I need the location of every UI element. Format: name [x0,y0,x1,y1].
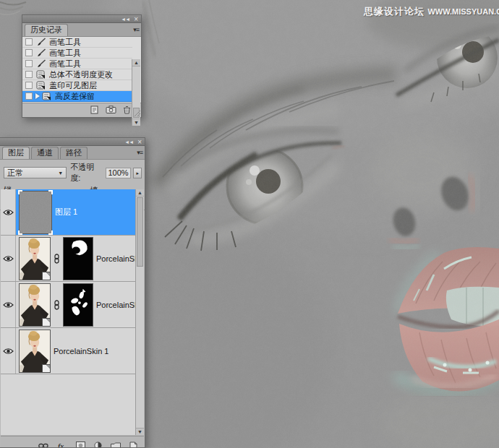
history-item[interactable]: 画笔工具 [22,59,132,69]
history-panel-titlebar: ◄◄ × [22,15,141,23]
panel-menu-icon[interactable]: ▾≡ [137,149,142,156]
history-brush-checkbox[interactable] [25,71,33,78]
history-state-icon [35,70,46,79]
tab-history[interactable]: 历史记录 [25,24,68,36]
visibility-toggle[interactable] [1,282,16,327]
layer-name[interactable]: PorcelainSkin... [96,254,141,263]
dropdown-arrow-icon: ▼ [58,171,63,176]
visibility-toggle[interactable] [1,328,16,374]
layer-row-selected[interactable]: 图层 1 [1,189,144,236]
history-item-label: 画笔工具 [49,37,81,48]
site-watermark: 思缘设计论坛 WWW.MISSYUAN.COM [364,4,499,18]
layers-panel-titlebar: ◄◄ × [0,138,145,146]
add-mask-icon[interactable] [76,441,85,447]
brush-tool-icon [35,59,46,68]
layer-style-icon[interactable]: fx [57,441,67,447]
history-footer [22,103,141,116]
tab-channels[interactable]: 通道 [31,147,59,159]
history-item[interactable]: 画笔工具 [22,48,132,59]
layer-thumbnail[interactable] [19,237,51,280]
history-item-selected[interactable]: 高反差保留 [22,91,132,102]
layer-row[interactable]: PorcelainSkin... [1,282,144,328]
history-item[interactable]: 总体不透明度更改 [22,69,132,80]
mask-link-icon[interactable] [54,300,60,310]
history-brush-checkbox[interactable] [25,92,33,100]
layer-name[interactable]: 图层 1 [55,207,77,217]
scroll-up-icon[interactable]: ▲ [132,59,140,66]
brush-tool-icon [35,48,46,57]
history-item-label: 画笔工具 [49,59,81,69]
history-panel: ◄◄ × 历史记录 ▾≡ 画笔工具 画笔工具 画笔工具 [22,14,142,118]
layer-mask-thumbnail[interactable] [63,237,93,280]
smart-object-badge-icon [42,272,51,280]
opacity-field[interactable]: 100% [106,168,132,178]
history-item-label: 高反差保留 [55,91,95,102]
brush-tool-icon [35,38,46,46]
history-brush-checkbox[interactable] [25,38,33,46]
blend-mode-row: 正常 ▼ 不透明度: 100% ▸ [0,160,145,185]
history-item-label: 盖印可见图层 [49,80,97,91]
tab-layers[interactable]: 图层 [2,147,30,159]
close-panel-icon[interactable]: × [137,139,142,145]
adjustment-layer-icon[interactable] [94,441,102,447]
history-state-pointer-icon [35,93,40,99]
layer-thumbnail[interactable] [19,191,52,234]
history-item[interactable]: 盖印可见图层 [22,80,132,91]
history-brush-checkbox[interactable] [25,82,33,89]
panel-menu-icon[interactable]: ▾≡ [133,26,139,33]
layer-row[interactable]: PorcelainSkin... [1,236,144,282]
svg-text:fx: fx [58,442,64,448]
scroll-down-icon[interactable]: ▼ [132,119,140,126]
visibility-toggle[interactable] [1,189,16,235]
layer-mask-thumbnail[interactable] [63,283,93,327]
new-snapshot-icon[interactable] [106,105,116,113]
watermark-site-url: WWW.MISSYUAN.COM [427,7,499,16]
layer-thumbnail[interactable] [19,283,51,327]
layers-panel: ◄◄ × 图层 通道 路径 ▾≡ 正常 ▼ 不透明度: 100% ▸ 锁定: [0,137,145,448]
layer-name[interactable]: PorcelainSkin 1 [54,347,108,356]
layer-list: 图层 1 PorcelainSkin... [1,189,144,435]
scroll-down-icon[interactable]: ▼ [136,428,144,435]
smart-object-badge-icon [42,318,51,327]
new-layer-icon[interactable] [129,441,137,447]
watermark-site-name: 思缘设计论坛 [364,6,425,17]
blend-mode-select[interactable]: 正常 ▼ [4,167,67,178]
mask-link-icon[interactable] [54,254,60,264]
history-state-icon [35,81,46,90]
history-item-label: 画笔工具 [49,48,81,59]
smart-object-badge-icon [42,364,51,373]
history-tabbar: 历史记录 ▾≡ [22,23,141,37]
history-item-label: 总体不透明度更改 [49,69,113,80]
tab-paths[interactable]: 路径 [60,147,88,159]
collapse-panel-icon[interactable]: ◄◄ [124,139,133,145]
layers-footer: fx [1,436,144,447]
blend-mode-value: 正常 [7,168,23,178]
history-list: 画笔工具 画笔工具 画笔工具 总体不透明度更改 盖印可见图层 [22,37,141,103]
panel-resize-grip[interactable] [135,111,140,116]
collapse-panel-icon[interactable]: ◄◄ [121,16,129,22]
history-brush-checkbox[interactable] [25,60,33,67]
opacity-label: 不透明度: [70,162,103,184]
opacity-popup-button[interactable]: ▸ [133,168,142,178]
layer-group-icon[interactable] [111,442,121,447]
layer-name[interactable]: PorcelainSkin... [96,301,141,309]
history-state-icon [41,92,52,100]
new-document-from-state-icon[interactable] [90,105,99,114]
link-layers-icon[interactable] [38,442,48,447]
delete-icon[interactable] [123,105,131,114]
scrollbar-thumb[interactable] [137,197,143,267]
layers-tabbar: 图层 通道 路径 ▾≡ [0,146,145,160]
layers-scrollbar[interactable]: ▲ ▼ [135,189,144,435]
history-item[interactable]: 画笔工具 [22,37,132,48]
scroll-up-icon[interactable]: ▲ [136,189,144,197]
close-panel-icon[interactable]: × [134,16,138,22]
visibility-toggle[interactable] [1,236,16,281]
layer-row[interactable]: PorcelainSkin 1 [1,328,144,374]
history-brush-checkbox[interactable] [25,49,33,56]
layer-thumbnail[interactable] [19,329,51,373]
